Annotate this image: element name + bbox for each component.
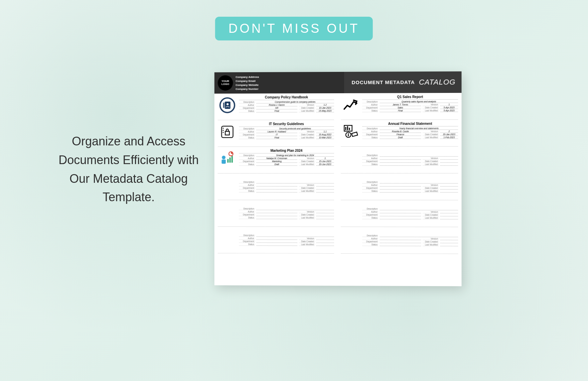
catalog-card: Description Author Version Department Da… (341, 175, 458, 200)
svg-rect-17 (227, 159, 229, 163)
value-description (256, 181, 334, 183)
value-date-created (440, 241, 458, 243)
value-date-created (316, 240, 334, 243)
value-version (440, 211, 458, 213)
card-meta: Description Strategy and plan for market… (239, 154, 334, 166)
value-author: Rosina J. Hamm (256, 104, 297, 106)
catalog-card: Description Author Version Department Da… (341, 229, 458, 254)
label-version: Version (423, 130, 439, 133)
value-author: Rosetta B. Castle (380, 130, 421, 133)
label-status: Status (362, 243, 378, 246)
label-date-created: Date Created (423, 241, 439, 243)
value-department (380, 187, 421, 189)
label-version: Version (299, 157, 315, 160)
card-content: Company Policy Handbook Description Comp… (239, 95, 334, 119)
lock-icon (218, 122, 237, 142)
label-status: Status (362, 163, 378, 166)
label-description: Description (239, 154, 255, 157)
card-content: Description Author Version Department Da… (362, 202, 458, 226)
label-last-modified: Last Modified (299, 243, 315, 246)
value-last-modified: 15-May-2023 (316, 110, 334, 112)
catalog-card: Description Author Version Department Da… (218, 202, 334, 227)
catalog-card: Description Author Version Department Da… (341, 149, 458, 173)
promo-badge: DON'T MISS OUT (215, 17, 373, 40)
value-version: 2 (440, 130, 458, 133)
value-department: IT (256, 133, 297, 136)
label-date-created: Date Created (423, 133, 439, 136)
label-description: Description (239, 234, 255, 237)
label-department: Department (362, 133, 378, 136)
label-status: Status (239, 243, 255, 246)
catalog-card: Annual Financial Statement Description Y… (341, 122, 458, 147)
label-author: Author (239, 211, 255, 213)
card-meta: Description Author Version Department Da… (362, 208, 458, 219)
label-last-modified: Last Modified (299, 190, 315, 193)
card-title: Annual Financial Statement (362, 122, 458, 127)
value-last-modified: 1-Feb-2023 (440, 136, 458, 139)
value-status (256, 190, 297, 193)
svg-rect-19 (232, 156, 233, 162)
label-date-created: Date Created (423, 187, 439, 189)
card-meta: Description Yearly financial overview an… (362, 127, 458, 139)
value-author: James T. Torres (380, 103, 421, 106)
label-version: Version (299, 104, 315, 106)
value-description (380, 234, 458, 237)
label-department: Department (362, 240, 378, 243)
value-description (380, 154, 458, 157)
marketing-icon (218, 149, 237, 168)
catalog-card: Company Policy Handbook Description Comp… (218, 95, 334, 120)
catalog-card: Marketing Plan 2024 Description Strategy… (218, 149, 334, 173)
label-author: Author (239, 157, 255, 160)
company-address-label: Company Address (236, 75, 259, 78)
catalog-card: Description Author Version Department Da… (341, 202, 458, 227)
label-last-modified: Last Modified (299, 110, 315, 112)
card-meta: Description Author Version Department Da… (362, 181, 458, 193)
value-author (380, 237, 421, 240)
value-last-modified (440, 163, 458, 166)
header-title-1: DOCUMENT METADATA (351, 80, 415, 86)
catalog-card: Description Author Version Department Da… (218, 229, 334, 254)
card-content: Q1 Sales Report Description Quarterly sa… (362, 95, 458, 118)
header-title-block: DOCUMENT METADATA CATALOG (342, 72, 461, 93)
template-preview: YOUR LOGO Company Address Company Email … (214, 72, 462, 286)
value-status (380, 163, 421, 166)
value-date-created: 20-Jan-2023 (440, 133, 458, 136)
value-version (440, 184, 458, 186)
value-version: 1.2 (316, 104, 334, 106)
value-status (380, 190, 421, 193)
svg-rect-18 (230, 157, 231, 163)
value-last-modified (316, 217, 334, 219)
value-author (380, 211, 421, 213)
label-last-modified: Last Modified (423, 217, 439, 219)
value-date-created (440, 214, 458, 216)
svg-rect-5 (225, 131, 229, 135)
finance-icon (341, 122, 360, 141)
svg-point-2 (227, 103, 229, 105)
label-date-created: Date Created (423, 106, 439, 109)
label-department: Department (362, 214, 378, 216)
label-status: Status (239, 217, 255, 219)
label-version: Version (299, 211, 315, 213)
value-date-created: 15-Jun-2023 (316, 160, 334, 163)
trend-icon (341, 95, 360, 115)
label-description: Description (362, 234, 378, 237)
card-meta: Description Author Version Department Da… (362, 154, 458, 166)
label-author: Author (362, 157, 378, 160)
value-author: Lauren R. Hubbard (256, 130, 297, 133)
value-department: Marketing (256, 160, 297, 163)
label-date-created: Date Created (299, 160, 315, 163)
svg-point-8 (223, 132, 224, 133)
label-last-modified: Last Modified (423, 136, 439, 139)
label-description: Description (362, 127, 378, 130)
label-date-created: Date Created (423, 214, 439, 216)
value-department: Finance (380, 133, 421, 136)
label-description: Description (362, 181, 378, 183)
svg-rect-12 (349, 128, 350, 130)
card-content: Description Author Version Department Da… (239, 229, 334, 252)
label-version: Version (299, 237, 315, 240)
label-author: Author (362, 104, 378, 106)
card-meta: Description Security protocols and guide… (239, 127, 334, 139)
card-content: IT Security Guidelines Description Secur… (239, 122, 334, 145)
card-meta: Description Author Version Department Da… (239, 181, 334, 193)
label-status: Status (362, 217, 378, 219)
